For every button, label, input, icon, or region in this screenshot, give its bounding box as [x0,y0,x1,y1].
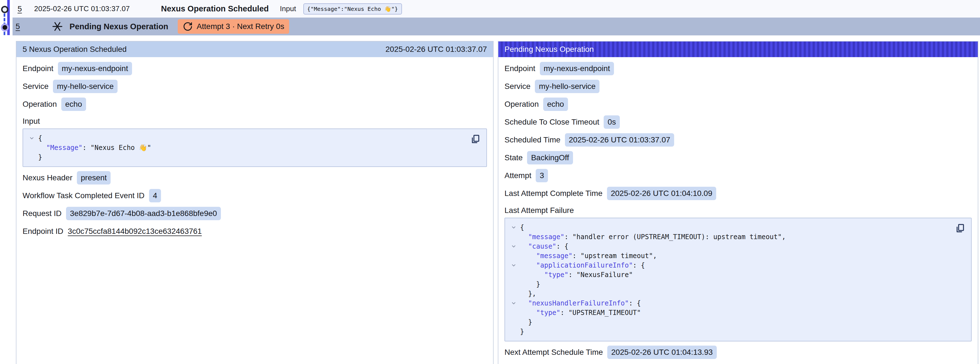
field-label: Operation [504,100,539,109]
collapse-chevron-icon[interactable] [507,300,520,306]
field-value-badge: echo [543,97,568,111]
code-line: "nexusHandlerFailureInfo": { [507,299,949,308]
code-line-text: "Message": "Nexus Echo 👋" [38,144,151,152]
field-service: Service my-hello-service [504,81,972,92]
field-value-badge: 2025-02-26 UTC 01:04:13.93 [607,346,716,359]
endpoint-id-link[interactable]: 3c0c75ccfa8144b092c13ce632463761 [68,227,202,236]
code-line-text: "type": "UPSTREAM_TIMEOUT" [520,309,641,317]
collapse-chevron-icon[interactable] [507,225,520,230]
field-label: Service [504,82,530,91]
field-workflow-task-completed-event-id: Workflow Task Completed Event ID 4 [22,190,487,201]
pending-event-id-link[interactable]: 5 [16,22,20,31]
code-line-text: "type": "NexusFailure" [520,271,633,279]
collapse-chevron-icon[interactable] [507,263,520,268]
code-line-text: { [38,134,42,142]
code-line: { [507,223,949,232]
field-operation: Operation echo [22,98,487,110]
code-line: } [25,152,464,162]
field-last-attempt-complete-time: Last Attempt Complete Time 2025-02-26 UT… [504,188,972,199]
card-header-scheduled: 5 Nexus Operation Scheduled 2025-02-26 U… [16,42,493,57]
code-line: "applicationFailureInfo": { [507,260,949,270]
retry-attempt-badge: Attempt 3 · Next Retry 0s [178,19,289,34]
code-line: "Message": "Nexus Echo 👋" [25,143,464,152]
field-value-badge: 3 [536,169,548,182]
field-service: Service my-hello-service [22,81,487,92]
field-state: State BackingOff [504,152,972,164]
field-label: Last Attempt Complete Time [504,189,603,198]
field-nexus-header: Nexus Header present [22,172,487,184]
field-label: Schedule To Close Timeout [504,118,599,126]
field-label: Service [22,82,48,91]
field-value-badge: 2025-02-26 UTC 01:03:37.07 [565,133,674,147]
code-line-text: } [520,328,524,335]
code-line-text: } [38,153,42,161]
card-body: Endpoint my-nexus-endpoint Service my-he… [16,57,493,237]
code-line-text: "message": "handler error (UPSTREAM_TIME… [520,233,786,241]
code-line: "cause": { [507,242,949,251]
retry-icon [183,21,193,32]
field-endpoint: Endpoint my-nexus-endpoint [504,63,972,74]
code-line-text: } [520,318,532,326]
code-line-text: "nexusHandlerFailureInfo": { [520,299,641,307]
event-time: 2025-02-26 UTC 01:03:37.07 [34,5,130,13]
collapse-chevron-icon[interactable] [507,244,520,249]
field-next-attempt-schedule-time: Next Attempt Schedule Time 2025-02-26 UT… [504,346,972,358]
card-timestamp: 2025-02-26 UTC 01:03:37.07 [385,45,487,54]
field-label: Endpoint ID [22,227,63,236]
copy-icon [955,223,965,233]
event-row-scheduled[interactable]: 5 2025-02-26 UTC 01:03:37.07 Nexus Opera… [13,0,980,18]
field-value-badge: my-hello-service [53,80,118,93]
failure-json-block: { "message": "handler error (UPSTREAM_TI… [504,218,972,342]
retry-text: Attempt 3 · Next Retry 0s [197,22,284,31]
copy-button[interactable] [954,222,966,235]
code-line: "message": "upstream timeout", [507,251,949,260]
code-line-text: }, [520,290,536,298]
code-line: "message": "handler error (UPSTREAM_TIME… [507,232,949,242]
event-marker-current-icon [1,23,9,32]
field-value-badge: 4 [149,189,161,202]
code-line-text: { [520,224,524,231]
field-scheduled-time: Scheduled Time 2025-02-26 UTC 01:03:37.0… [504,134,972,146]
code-line: } [507,327,949,337]
event-detail-card-scheduled: 5 Nexus Operation Scheduled 2025-02-26 U… [16,41,494,364]
code-line: }, [507,289,949,299]
copy-button[interactable] [469,133,481,145]
field-label: Request ID [22,209,62,218]
field-label: Workflow Task Completed Event ID [22,191,145,200]
field-value-badge: BackingOff [527,151,573,164]
code-line: { [25,134,464,143]
field-operation: Operation echo [504,98,972,110]
pending-operation-card: Pending Nexus Operation Endpoint my-nexu… [498,41,978,364]
event-marker-open-icon [1,6,8,13]
code-line: } [507,279,949,289]
event-title: Nexus Operation Scheduled [161,4,269,13]
input-json-block: { "Message": "Nexus Echo 👋"} [22,128,487,167]
field-endpoint-id: Endpoint ID 3c0c75ccfa8144b092c13ce63246… [22,225,487,237]
pending-title: Pending Nexus Operation [70,22,169,31]
input-section-label: Input [22,117,40,126]
field-value-badge: my-hello-service [535,80,600,93]
field-attempt: Attempt 3 [504,170,972,182]
field-label: Scheduled Time [504,136,560,144]
collapse-chevron-icon[interactable] [25,136,38,141]
failure-section-label: Last Attempt Failure [504,206,574,215]
field-label: Endpoint [504,64,535,73]
field-label: Attempt [504,171,531,180]
code-line: "type": "NexusFailure" [507,270,949,279]
card-header-pending: Pending Nexus Operation [498,42,978,57]
event-row-pending[interactable]: 5 Pending Nexus Operation Attempt 3 · Ne… [13,18,980,35]
field-value-badge: present [77,171,111,185]
field-value-badge: echo [61,97,86,111]
code-line-text: } [520,280,540,288]
field-label: Next Attempt Schedule Time [504,348,603,357]
field-label: State [504,153,523,162]
code-line-text: "applicationFailureInfo": { [520,262,645,269]
event-id-link[interactable]: 5 [18,5,22,13]
field-label: Operation [22,100,57,109]
code-line-text: "cause": { [520,243,568,250]
field-value-badge: my-nexus-endpoint [540,62,614,75]
code-line-text: "message": "upstream timeout", [520,252,657,260]
code-line: } [507,318,949,327]
field-label: Endpoint [22,64,54,73]
field-value-badge: 3e829b7e-7d67-4b08-aad3-b1e868bfe9e0 [66,207,221,220]
